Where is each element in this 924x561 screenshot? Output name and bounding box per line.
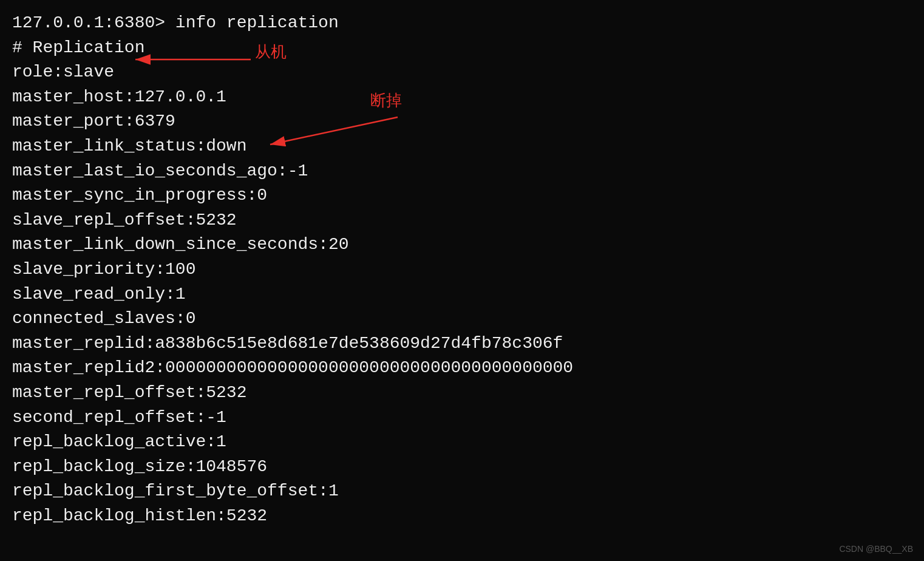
prompt-line: 127.0.0.1:6380> info replication xyxy=(12,11,912,36)
terminal-line: master_link_down_since_seconds:20 xyxy=(12,233,912,257)
watermark: CSDN @BBQ__XB xyxy=(839,544,913,554)
terminal-line: master_replid2:0000000000000000000000000… xyxy=(12,356,912,381)
terminal-line: master_host:127.0.0.1 xyxy=(12,85,912,110)
terminal-line: repl_backlog_first_byte_offset:1 xyxy=(12,479,912,504)
terminal-line: master_replid:a838b6c515e8d681e7de538609… xyxy=(12,332,912,356)
terminal-line: second_repl_offset:-1 xyxy=(12,406,912,430)
terminal-line: role:slave xyxy=(12,60,912,85)
terminal-line: slave_repl_offset:5232 xyxy=(12,208,912,233)
terminal-line: slave_priority:100 xyxy=(12,257,912,282)
terminal-line: slave_read_only:1 xyxy=(12,282,912,307)
terminal-line: master_sync_in_progress:0 xyxy=(12,183,912,208)
terminal-line: repl_backlog_active:1 xyxy=(12,430,912,455)
terminal-line: master_link_status:down xyxy=(12,134,912,159)
terminal-line: # Replication xyxy=(12,36,912,61)
terminal-line: repl_backlog_size:1048576 xyxy=(12,455,912,480)
terminal-line: master_repl_offset:5232 xyxy=(12,381,912,406)
terminal: 127.0.0.1:6380> info replication # Repli… xyxy=(0,0,924,561)
terminal-line: master_last_io_seconds_ago:-1 xyxy=(12,159,912,184)
terminal-line: connected_slaves:0 xyxy=(12,307,912,332)
terminal-line: repl_backlog_histlen:5232 xyxy=(12,504,912,529)
terminal-line: master_port:6379 xyxy=(12,109,912,134)
